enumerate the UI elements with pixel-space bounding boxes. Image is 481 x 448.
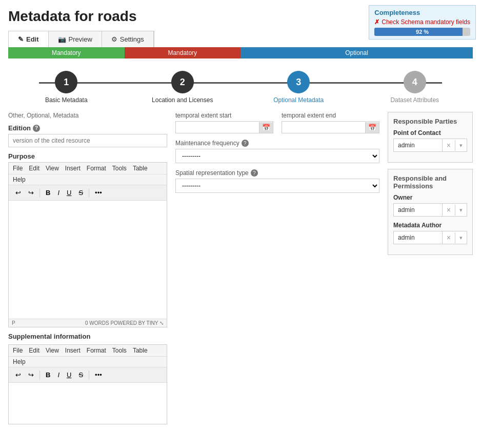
menu-view[interactable]: View [46, 165, 59, 172]
supp-italic-button[interactable]: I [55, 369, 62, 380]
date-fields-row: temporal extent start 📅 temporal extent … [175, 112, 379, 133]
edit-icon: ✎ [18, 35, 24, 43]
tab-preview[interactable]: 📷 Preview [49, 31, 102, 47]
temporal-start-input[interactable] [176, 122, 259, 133]
bold-button[interactable]: B [43, 187, 53, 198]
breadcrumb-text: Other, Optional, Metadata [8, 112, 78, 119]
supp-underline-button[interactable]: U [64, 369, 74, 380]
edition-input[interactable] [8, 134, 167, 147]
supp-menu-format[interactable]: Format [87, 347, 106, 354]
tab-settings[interactable]: ⚙ Settings [102, 31, 154, 47]
owner-label: Owner [393, 194, 467, 201]
supp-menu-insert[interactable]: Insert [65, 347, 81, 354]
metadata-author-value: admin [394, 231, 442, 244]
stepper-circle-2: 2 [171, 71, 194, 93]
x-icon: ✗ [374, 18, 379, 26]
spatial-help-icon[interactable]: ? [251, 169, 258, 177]
owner-value: admin [394, 204, 442, 216]
purpose-helpbar[interactable]: Help [9, 174, 167, 185]
supplemental-editor: File Edit View Insert Format Tools Table… [8, 344, 167, 424]
stepper-step-4[interactable]: 4 Dataset Attributes [357, 71, 473, 104]
supp-menu-tools[interactable]: Tools [112, 347, 127, 354]
supp-undo-button[interactable]: ↩ [13, 369, 24, 380]
owner-clear-btn[interactable]: × [442, 204, 455, 216]
point-of-contact-clear-btn[interactable]: × [442, 139, 455, 151]
point-of-contact-label: Point of Contact [393, 129, 467, 137]
stepper-step-1[interactable]: 1 Basic Metadata [8, 71, 125, 104]
resize-icon[interactable]: ⤡ [159, 320, 164, 326]
spatial-rep-label-text: Spatial representation type [175, 169, 249, 177]
supp-strikethrough-button[interactable]: S [76, 369, 86, 380]
statusbar-words: 0 WORDS POWERED BY TINY ⤡ [85, 320, 164, 326]
stepper-step-2[interactable]: 2 Location and Licenses [125, 71, 241, 104]
progress-optional: Optional [240, 47, 473, 59]
stepper-label-2: Location and Licenses [152, 96, 213, 104]
temporal-start-calendar-btn[interactable]: 📅 [259, 122, 273, 133]
stepper-circle-4: 4 [404, 71, 426, 93]
responsible-parties-title: Responsible Parties [393, 118, 467, 125]
edition-help-icon[interactable]: ? [33, 125, 40, 132]
spatial-representation-field: Spatial representation type ? --------- … [175, 169, 379, 193]
metadata-author-chevron-icon[interactable]: ▾ [455, 232, 467, 243]
edition-label-text: Edition [8, 124, 31, 132]
menu-edit[interactable]: Edit [29, 165, 39, 172]
spatial-representation-label: Spatial representation type ? [175, 169, 379, 177]
supp-menu-view[interactable]: View [46, 347, 59, 354]
menu-tools[interactable]: Tools [112, 165, 127, 172]
undo-button[interactable]: ↩ [13, 187, 24, 198]
maintenance-frequency-select[interactable]: --------- Daily Weekly Monthly Yearly [175, 149, 379, 163]
owner-chevron-icon[interactable]: ▾ [455, 205, 467, 216]
supp-menu-file[interactable]: File [13, 347, 23, 354]
point-of-contact-select-wrap: admin × ▾ [393, 139, 467, 152]
stepper-circle-1: 1 [55, 71, 77, 93]
completeness-title: Completeness [374, 9, 470, 16]
maintenance-frequency-field: Maintenance frequency ? --------- Daily … [175, 140, 379, 163]
completeness-check-label: Check Schema mandatory fields [382, 18, 470, 26]
supplemental-label: Supplemental information [8, 333, 167, 340]
stepper-step-3[interactable]: 3 Optional Metadata [240, 71, 357, 104]
menu-table[interactable]: Table [133, 165, 148, 172]
more-button[interactable]: ••• [92, 187, 105, 198]
menu-insert[interactable]: Insert [65, 165, 81, 172]
italic-button[interactable]: I [55, 187, 62, 198]
supp-menu-edit[interactable]: Edit [29, 347, 39, 354]
completeness-check[interactable]: ✗ Check Schema mandatory fields [374, 18, 470, 26]
metadata-author-label: Metadata Author [393, 222, 467, 229]
menu-file[interactable]: File [13, 165, 23, 172]
point-of-contact-chevron-icon[interactable]: ▾ [455, 140, 467, 151]
edition-label: Edition ? [8, 124, 167, 132]
supp-redo-button[interactable]: ↪ [26, 369, 36, 380]
preview-icon: 📷 [58, 35, 66, 43]
purpose-editor-body[interactable] [9, 201, 167, 319]
purpose-editor: File Edit View Insert Format Tools Table… [8, 162, 167, 327]
tab-preview-label: Preview [69, 35, 92, 43]
spatial-representation-select[interactable]: --------- Vector Grid Text Table Tin Ste… [175, 179, 379, 193]
completeness-percent: 92 % [374, 28, 470, 36]
owner-field: Owner admin × ▾ [393, 194, 467, 217]
tab-edit[interactable]: ✎ Edit [9, 31, 49, 47]
temporal-end-calendar-btn[interactable]: 📅 [365, 122, 379, 133]
supp-menu-table[interactable]: Table [133, 347, 148, 354]
supplemental-editor-body[interactable] [9, 383, 167, 424]
purpose-label-text: Purpose [8, 152, 35, 160]
progress-bar: Mandatory Mandatory Optional [8, 47, 473, 59]
toolbar-sep-2 [89, 188, 89, 198]
supplemental-toolbar-buttons: ↩ ↪ B I U S ••• [9, 367, 167, 383]
underline-button[interactable]: U [64, 187, 74, 198]
supp-sep-1 [39, 371, 40, 380]
temporal-start-input-wrap: 📅 [175, 121, 273, 133]
redo-button[interactable]: ↪ [26, 187, 36, 198]
maintenance-help-icon[interactable]: ? [242, 140, 249, 147]
temporal-end-input[interactable] [282, 122, 365, 133]
strikethrough-button[interactable]: S [76, 187, 86, 198]
supp-more-button[interactable]: ••• [92, 369, 105, 380]
metadata-author-select-wrap: admin × ▾ [393, 231, 467, 244]
supplemental-helpbar[interactable]: Help [9, 357, 167, 367]
temporal-end-field: temporal extent end 📅 [282, 112, 379, 133]
temporal-end-input-wrap: 📅 [282, 121, 379, 133]
menu-format[interactable]: Format [87, 165, 106, 172]
settings-icon: ⚙ [111, 35, 117, 43]
responsible-parties-card: Responsible Parties Point of Contact adm… [388, 112, 473, 163]
metadata-author-clear-btn[interactable]: × [442, 231, 455, 244]
supp-bold-button[interactable]: B [43, 369, 53, 380]
